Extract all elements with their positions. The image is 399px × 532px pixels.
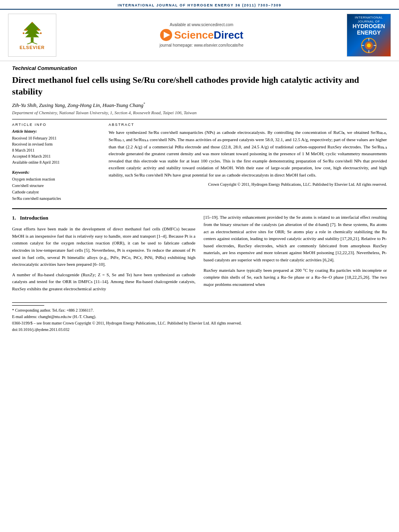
keyword-3: Cathode catalyst	[12, 189, 101, 195]
journal-homepage: journal homepage: www.elsevier.com/locat…	[160, 43, 243, 47]
banner-row: ELSEVIER Available at www.sciencedirect.…	[0, 10, 399, 61]
history-item-3: 8 March 2011	[12, 147, 101, 153]
keyword-4: Se/Ru core/shell nanoparticles	[12, 195, 101, 202]
keywords-label: Keywords:	[12, 170, 101, 175]
divider-1	[12, 119, 387, 119]
keywords-section: Keywords: Oxygen reduction reaction Core…	[12, 170, 101, 202]
footnote-email: E-mail address: changht@ntu.edu.tw (H.-T…	[12, 314, 387, 320]
keyword-2: Core/shell structure	[12, 183, 101, 189]
ji-title-line1: International Journal of	[349, 16, 389, 23]
svg-point-7	[37, 29, 39, 31]
main-content: Technical Communication Direct methanol …	[0, 61, 399, 341]
section1-heading: Introduction	[20, 215, 49, 221]
body-para-2: A number of Ru-based chalcogenide (RuxZy…	[12, 271, 195, 293]
journal-cover-image: International Journal of HYDROGEN ENERGY	[347, 14, 391, 57]
sd-logo-text: ScienceDirect	[174, 29, 243, 41]
ji-title-sub: ENERGY	[349, 30, 389, 36]
svg-point-15	[367, 43, 371, 47]
sd-url: Available at www.sciencedirect.com	[170, 23, 233, 27]
section1-title: 1. Introduction	[12, 214, 195, 222]
history-item-4: Accepted 8 March 2011	[12, 153, 101, 159]
article-title: Direct methanol fuel cells using Se/Ru c…	[12, 74, 387, 97]
authors: Zih-Yu Shih, Zusing Yang, Zong-Hong Lin,…	[12, 102, 387, 109]
sciencedirect-logo: ScienceDirect	[160, 29, 243, 41]
body-para-3: [15–19]. The activity enhancement provid…	[204, 214, 387, 263]
keyword-1: Oxygen reduction reaction	[12, 176, 101, 183]
svg-point-10	[31, 23, 33, 24]
journal-header: INTERNATIONAL JOURNAL OF HYDROGEN ENERGY…	[0, 0, 399, 10]
body-left-col: 1. Introduction Great efforts have been …	[12, 214, 195, 296]
history-label: Article history:	[12, 129, 101, 134]
affiliation: Department of Chemistry, National Taiwan…	[12, 110, 387, 115]
body-para-4: RuxSey materials have typically been pre…	[204, 267, 387, 288]
abstract-col: ABSTRACT We have synthesized Se/Ru core/…	[109, 123, 387, 202]
svg-point-9	[40, 33, 41, 34]
abstract-label: ABSTRACT	[109, 123, 387, 127]
svg-point-8	[23, 33, 24, 34]
elsevier-logo: ELSEVIER	[8, 14, 56, 57]
history-item-2: Received in revised form	[12, 141, 101, 147]
body-content: 1. Introduction Great efforts have been …	[12, 214, 387, 296]
abstract-text: We have synthesized Se/Ru core/shell nan…	[109, 129, 387, 179]
section1-number: 1.	[12, 215, 16, 221]
article-history: Article history: Received 10 February 20…	[12, 129, 101, 165]
center-banner: Available at www.sciencedirect.com Scien…	[60, 14, 343, 57]
history-item-5: Available online 8 April 2011	[12, 159, 101, 165]
article-type: Technical Communication	[12, 65, 387, 71]
footnote-divider	[12, 305, 44, 306]
svg-rect-0	[31, 37, 34, 42]
article-info-abstract: ARTICLE INFO Article history: Received 1…	[12, 123, 387, 202]
body-right-col: [15–19]. The activity enhancement provid…	[204, 214, 387, 296]
elsevier-label: ELSEVIER	[20, 45, 45, 50]
footnote-doi: doi:10.1016/j.ijhydene.2011.03.032	[12, 327, 387, 333]
article-info-col: ARTICLE INFO Article history: Received 1…	[12, 123, 101, 202]
history-item-1: Received 10 February 2011	[12, 135, 101, 141]
footnote-issn: 0360-3199/$ – see front matter Crown Cop…	[12, 320, 387, 327]
ji-title-main: HYDROGEN	[349, 23, 389, 29]
body-para-1: Great efforts have been made in the deve…	[12, 226, 195, 268]
svg-point-6	[25, 29, 27, 31]
footnote-section: * Corresponding author. Tel./fax: +886 2…	[12, 302, 387, 333]
svg-line-1	[27, 42, 32, 44]
copyright-text: Crown Copyright © 2011, Hydrogen Energy …	[109, 181, 387, 187]
article-info-label: ARTICLE INFO	[12, 123, 101, 127]
footnote-corresponding: * Corresponding author. Tel./fax: +886 2…	[12, 307, 387, 314]
body-divider	[12, 208, 387, 209]
svg-line-2	[32, 42, 37, 44]
